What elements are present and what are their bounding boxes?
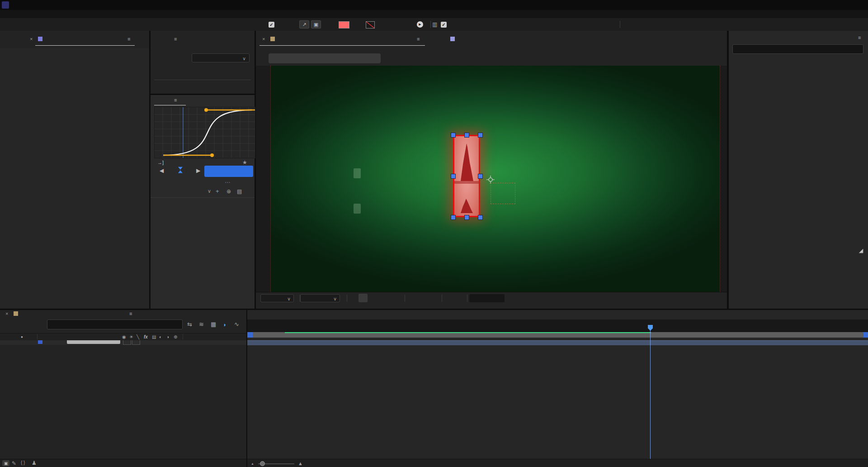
- app-logo: [2, 1, 9, 9]
- channel-left-badge: [354, 168, 361, 178]
- playhead-line[interactable]: [650, 325, 651, 459]
- next-preset-icon[interactable]: ▶: [196, 167, 200, 174]
- comp-color-chip: [270, 37, 275, 41]
- easing-preset-grid: [151, 199, 255, 309]
- selection-handle[interactable]: [478, 215, 483, 220]
- selection-handle[interactable]: [478, 133, 483, 138]
- panel-menu-icon[interactable]: ≡: [174, 97, 177, 103]
- flow-bezier-curve: [163, 110, 252, 155]
- flow-panel: ≡ →] ★ ◀ ▶ ⋯ ∨ + ⊕: [151, 95, 255, 309]
- timeline-graph-area[interactable]: ▲ ▲: [246, 310, 868, 467]
- star-icon[interactable]: ★: [242, 159, 247, 166]
- composition-panel: × ≡: [256, 31, 727, 309]
- snapping-checkbox[interactable]: ✓: [269, 22, 274, 28]
- zoom-slider-handle[interactable]: [260, 461, 265, 466]
- toolbar: ✓ ↗ ▣ ▶ ▥ ✓: [0, 18, 868, 32]
- zoom-in-mountain-icon[interactable]: ▲: [298, 461, 303, 466]
- expand-layers-icon[interactable]: ▣: [2, 460, 9, 466]
- tab-close-icon[interactable]: ×: [30, 36, 33, 42]
- author-icon[interactable]: ♟: [32, 460, 37, 466]
- effects-category-list: [729, 31, 868, 253]
- fill-swatch[interactable]: [339, 21, 349, 29]
- chevron-down-icon: ∨: [287, 295, 291, 303]
- zoom-out-mountain-icon[interactable]: ▲: [251, 462, 254, 465]
- footage-color-chip: [450, 37, 455, 41]
- apply-button[interactable]: [204, 166, 253, 177]
- flow-curve-editor[interactable]: [154, 107, 255, 158]
- flow-input-icon[interactable]: →]: [157, 160, 164, 165]
- selection-handle[interactable]: [451, 133, 456, 138]
- flow-handle-in: [210, 153, 214, 157]
- add-play-icon[interactable]: ▶: [417, 21, 423, 28]
- selection-handle[interactable]: [451, 174, 456, 179]
- selection-handle[interactable]: [464, 215, 469, 220]
- panel-menu-icon[interactable]: ≡: [417, 36, 420, 42]
- panel-menu-icon[interactable]: ≡: [174, 36, 177, 42]
- title-bar: [0, 0, 868, 10]
- comp-bottom-bar: ∨ ∨: [256, 292, 727, 304]
- graph-footer: ▲ ▲: [247, 459, 868, 467]
- tab-close-icon[interactable]: ×: [262, 36, 265, 42]
- save-preset-icon[interactable]: ⊕: [226, 188, 231, 195]
- chevron-down-icon: ∨: [242, 54, 246, 63]
- comp-name-chip[interactable]: [269, 53, 381, 63]
- snap-point-icon[interactable]: ↗: [299, 20, 309, 29]
- add-preset-icon[interactable]: +: [216, 188, 219, 195]
- effects-presets-panel: ≡: [729, 31, 868, 309]
- comp-viewer[interactable]: [256, 66, 727, 292]
- transparency-grid-icon[interactable]: [359, 294, 368, 302]
- selection-region[interactable]: [453, 135, 480, 217]
- property-rows: [0, 310, 246, 467]
- align-layers-dropdown[interactable]: ∨: [192, 53, 250, 62]
- snap-bounds-icon[interactable]: ▣: [311, 20, 321, 29]
- panel-menu-icon[interactable]: ≡: [127, 36, 130, 42]
- marquee-box: [491, 183, 515, 204]
- after-effects-window: ✓ ↗ ▣ ▶ ▥ ✓ × ≡ ≡: [0, 0, 868, 467]
- comp-timecode[interactable]: [469, 294, 505, 302]
- panel-corner-icon[interactable]: [858, 248, 864, 254]
- selection-handle[interactable]: [464, 133, 469, 138]
- chevron-down-icon[interactable]: ∨: [208, 188, 211, 194]
- panel-color-chip: [38, 37, 42, 41]
- stroke-swatch[interactable]: [366, 21, 375, 29]
- channel-right-badge: [354, 204, 361, 214]
- zoom-dropdown[interactable]: ∨: [260, 294, 294, 302]
- expressions-icon[interactable]: { }: [21, 461, 25, 465]
- selection-handle[interactable]: [451, 215, 456, 220]
- selection-handle[interactable]: [478, 174, 483, 179]
- auto-open-checkbox[interactable]: ✓: [441, 22, 447, 28]
- easing-hourglass-icon[interactable]: [178, 167, 183, 173]
- pen-footer-icon[interactable]: ✎: [12, 461, 16, 466]
- align-panel: ≡ ∨: [151, 31, 255, 94]
- align-buttons-row: [154, 68, 251, 76]
- chevron-down-icon: ∨: [333, 295, 337, 303]
- menu-bar: [0, 10, 868, 18]
- prev-preset-icon[interactable]: ◀: [160, 167, 164, 174]
- panel-layout-icon[interactable]: ▥: [432, 22, 437, 27]
- effect-controls-panel: × ≡: [0, 31, 149, 309]
- timeline-footer: ▣ ✎ { } ♟: [0, 459, 246, 467]
- resolution-dropdown[interactable]: ∨: [300, 294, 340, 302]
- duplicate-preset-icon[interactable]: ▤: [237, 188, 242, 195]
- panel-grip-dots[interactable]: ⋯: [225, 179, 231, 186]
- timeline-panel: × ≡ ⇆ ≋ ▦ ◑ ∿ ● ◉ ☀ ╲ fx ▤ ◐: [0, 310, 868, 467]
- flow-handle-out: [204, 108, 208, 112]
